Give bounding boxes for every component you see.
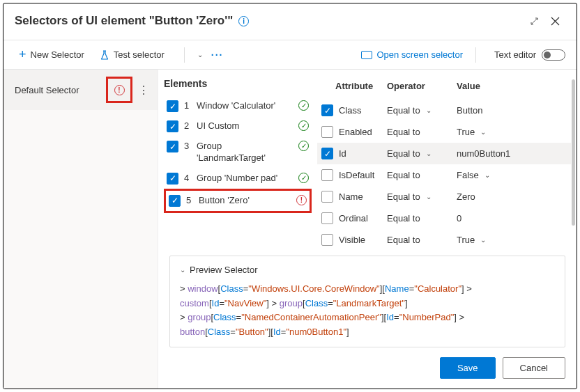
col-operator: Operator: [387, 81, 457, 91]
checkbox[interactable]: ✓: [167, 141, 178, 152]
attr-name: Name: [339, 191, 363, 202]
error-icon: !: [296, 195, 307, 205]
error-icon: !: [114, 85, 125, 95]
attribute-row[interactable]: IsDefaultEqual toFalse⌄: [317, 164, 571, 186]
attr-operator: Equal to: [387, 213, 420, 224]
chevron-down-icon[interactable]: ⌄: [480, 236, 486, 244]
main-top: Elements ✓1Window 'Calculator'✓✓2UI Cust…: [158, 70, 577, 256]
attribute-row[interactable]: EnabledEqual toTrue⌄: [317, 121, 571, 143]
open-screen-selector-button[interactable]: Open screen selector: [357, 47, 467, 63]
new-selector-label: New Selector: [31, 49, 84, 60]
chevron-down-icon[interactable]: ⌄: [193, 51, 207, 58]
chevron-down-icon[interactable]: ⌄: [426, 193, 432, 201]
footer: Save Cancel: [158, 347, 577, 389]
element-row[interactable]: ✓2UI Custom✓: [164, 116, 312, 136]
close-icon[interactable]: [544, 10, 565, 31]
attribute-row[interactable]: OrdinalEqual to0: [317, 207, 571, 229]
attr-operator: Equal to: [387, 235, 420, 245]
checkbox[interactable]: [321, 212, 333, 224]
attribute-row[interactable]: ✓ClassEqual to⌄Button: [317, 100, 571, 121]
checkbox[interactable]: ✓: [321, 148, 333, 159]
attr-value: True: [457, 235, 475, 245]
scrollbar[interactable]: [572, 79, 575, 226]
element-index: 3: [184, 141, 191, 151]
save-button[interactable]: Save: [440, 357, 496, 379]
element-label: UI Custom: [197, 120, 293, 132]
plus-icon: +: [19, 47, 26, 62]
checkbox[interactable]: [321, 234, 333, 246]
element-label: Button 'Zero': [199, 195, 291, 207]
divider: [475, 47, 476, 63]
info-icon[interactable]: i: [238, 16, 249, 26]
ok-icon: ✓: [298, 141, 309, 151]
element-index: 5: [186, 195, 193, 205]
attr-value: Zero: [457, 191, 475, 202]
toolbar: + New Selector Test selector ⌄ ··· Open …: [3, 40, 577, 70]
ok-icon: ✓: [298, 100, 309, 111]
checkbox[interactable]: [321, 169, 333, 181]
element-row[interactable]: ✓3Group 'LandmarkTarget'✓: [164, 136, 312, 168]
text-editor-label: Text editor: [494, 49, 536, 60]
cancel-button[interactable]: Cancel: [503, 357, 565, 379]
attr-name: Visible: [339, 235, 365, 245]
selector-item-default[interactable]: Default Selector ! ⋮: [3, 70, 158, 110]
toggle-icon[interactable]: [542, 49, 565, 61]
status-error-highlight: !: [106, 77, 132, 103]
element-index: 4: [184, 173, 191, 183]
element-row[interactable]: ✓4Group 'Number pad'✓: [164, 168, 312, 189]
attr-name: Ordinal: [339, 213, 368, 224]
attr-operator: Equal to: [387, 127, 420, 137]
preview-toggle[interactable]: ⌄ Preview Selector: [180, 263, 555, 278]
selector-list: Default Selector ! ⋮: [3, 70, 158, 389]
chevron-down-icon[interactable]: ⌄: [426, 150, 432, 157]
attr-name: Class: [339, 105, 362, 116]
element-index: 2: [184, 120, 191, 131]
attribute-row[interactable]: ✓IdEqual to⌄num0Button1: [317, 143, 571, 164]
attr-name: Enabled: [339, 127, 372, 137]
elements-heading: Elements: [164, 77, 312, 96]
selector-item-label: Default Selector: [15, 85, 79, 95]
checkbox[interactable]: ✓: [169, 195, 181, 207]
checkbox[interactable]: ✓: [167, 173, 178, 185]
screen-icon: [361, 51, 372, 59]
new-selector-button[interactable]: + New Selector: [15, 45, 89, 65]
attr-value: 0: [457, 213, 461, 224]
preview-title: Preview Selector: [190, 263, 258, 278]
main-panel: Elements ✓1Window 'Calculator'✓✓2UI Cust…: [158, 70, 577, 389]
more-icon[interactable]: ···: [207, 49, 228, 61]
chevron-down-icon[interactable]: ⌄: [426, 107, 432, 114]
elements-column: Elements ✓1Window 'Calculator'✓✓2UI Cust…: [158, 70, 312, 256]
element-label: Window 'Calculator': [197, 100, 293, 112]
attr-operator: Equal to: [387, 170, 420, 180]
attributes-header: Attribute Operator Value: [317, 77, 571, 100]
checkbox[interactable]: ✓: [321, 104, 333, 116]
attributes-column: Attribute Operator Value ✓ClassEqual to⌄…: [312, 70, 577, 256]
attr-operator: Equal to: [387, 191, 420, 202]
element-index: 1: [184, 100, 191, 111]
chevron-down-icon[interactable]: ⌄: [484, 171, 490, 179]
ok-icon: ✓: [298, 173, 309, 183]
resize-icon[interactable]: [524, 10, 544, 31]
attr-operator: Equal to: [387, 148, 420, 159]
element-row[interactable]: ✓5Button 'Zero'!: [164, 189, 312, 213]
ok-icon: ✓: [298, 120, 309, 131]
attribute-row[interactable]: VisibleEqual toTrue⌄: [317, 229, 571, 251]
checkbox[interactable]: [321, 126, 333, 138]
chevron-down-icon[interactable]: ⌄: [480, 128, 486, 136]
attr-value: num0Button1: [457, 148, 510, 159]
attr-name: Id: [339, 148, 346, 159]
attribute-row[interactable]: NameEqual to⌄Zero: [317, 186, 571, 207]
col-attribute: Attribute: [317, 81, 387, 91]
checkbox[interactable]: [321, 191, 333, 203]
test-selector-button[interactable]: Test selector: [96, 47, 169, 63]
element-row[interactable]: ✓1Window 'Calculator'✓: [164, 96, 312, 116]
checkbox[interactable]: ✓: [167, 120, 178, 132]
titlebar: Selectors of UI element "Button 'Zero'" …: [3, 3, 577, 40]
attr-name: IsDefault: [339, 170, 374, 180]
element-label: Group 'LandmarkTarget': [197, 141, 293, 164]
divider: [184, 47, 185, 63]
preview-selector-panel: ⌄ Preview Selector > window[Class="Windo…: [169, 256, 565, 347]
text-editor-toggle[interactable]: Text editor: [494, 49, 565, 61]
kebab-icon[interactable]: ⋮: [135, 84, 152, 97]
checkbox[interactable]: ✓: [167, 100, 178, 112]
